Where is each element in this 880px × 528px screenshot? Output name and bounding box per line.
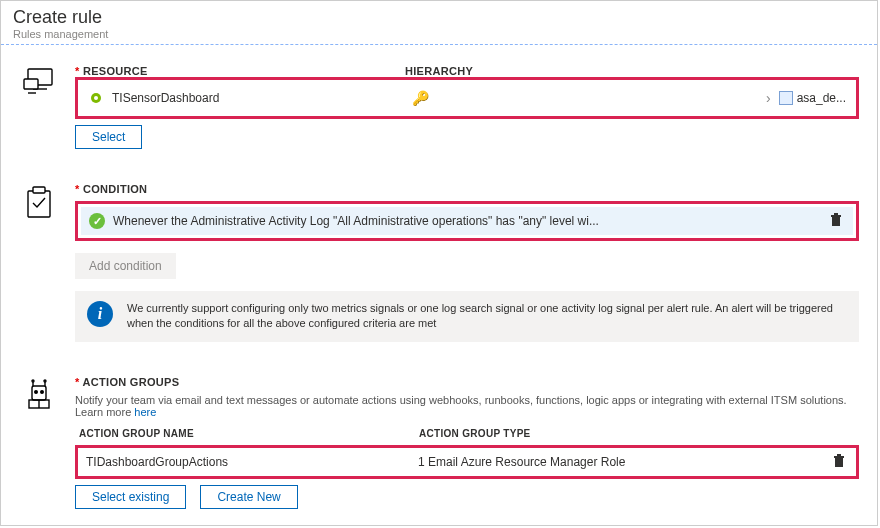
- action-groups-icon: [19, 376, 59, 412]
- key-icon: 🔑: [412, 90, 429, 106]
- svg-rect-20: [835, 458, 843, 467]
- condition-info-bar: i We currently support configuring only …: [75, 291, 859, 342]
- resource-label: RESOURCE: [75, 65, 405, 77]
- condition-row[interactable]: ✓ Whenever the Administrative Activity L…: [81, 207, 853, 235]
- resource-type-icon: [88, 90, 104, 106]
- svg-rect-7: [33, 187, 45, 193]
- svg-point-16: [32, 380, 34, 382]
- svg-point-17: [44, 380, 46, 382]
- check-icon: ✓: [89, 213, 105, 229]
- action-group-type: 1 Email Azure Resource Manager Role: [418, 455, 832, 469]
- svg-rect-2: [24, 79, 38, 89]
- create-new-button[interactable]: Create New: [200, 485, 297, 509]
- section-action-groups: ACTION GROUPS Notify your team via email…: [19, 376, 859, 509]
- svg-rect-8: [832, 217, 840, 226]
- target-resource-icon: [779, 91, 793, 105]
- svg-point-12: [35, 390, 38, 393]
- svg-rect-10: [834, 213, 838, 215]
- learn-more-link[interactable]: here: [134, 406, 156, 418]
- page-subtitle: Rules management: [13, 28, 865, 40]
- panel-header: Create rule Rules management: [1, 1, 877, 45]
- target-resource-name: asa_de...: [797, 91, 846, 105]
- chevron-right-icon: ›: [766, 90, 771, 106]
- info-icon: i: [87, 301, 113, 327]
- ag-col-type-header: ACTION GROUP TYPE: [419, 428, 855, 439]
- svg-rect-11: [32, 386, 46, 400]
- action-group-name: TIDashboardGroupActions: [86, 455, 418, 469]
- resource-icon: [19, 65, 59, 97]
- select-resource-button[interactable]: Select: [75, 125, 142, 149]
- section-condition: CONDITION ✓ Whenever the Administrative …: [19, 183, 859, 342]
- condition-label: CONDITION: [75, 183, 859, 195]
- svg-rect-21: [834, 456, 844, 458]
- svg-point-5: [94, 96, 98, 100]
- hierarchy-label: HIERARCHY: [405, 65, 473, 77]
- delete-condition-button[interactable]: [829, 213, 845, 229]
- condition-icon: [19, 183, 59, 219]
- svg-point-13: [41, 390, 44, 393]
- action-groups-desc: Notify your team via email and text mess…: [75, 394, 859, 418]
- svg-rect-9: [831, 215, 841, 217]
- delete-action-group-button[interactable]: [832, 454, 848, 470]
- resource-selection-box: TISensorDashboard 🔑 › asa_de...: [75, 77, 859, 119]
- action-groups-label: ACTION GROUPS: [75, 376, 859, 388]
- resource-name: TISensorDashboard: [112, 91, 412, 105]
- condition-info-text: We currently support configuring only tw…: [127, 301, 847, 332]
- page-title: Create rule: [13, 7, 865, 28]
- select-existing-button[interactable]: Select existing: [75, 485, 186, 509]
- section-resource: RESOURCE HIERARCHY TISensorDashboard 🔑 ›…: [19, 65, 859, 149]
- condition-text: Whenever the Administrative Activity Log…: [113, 214, 829, 228]
- action-group-row[interactable]: TIDashboardGroupActions 1 Email Azure Re…: [75, 445, 859, 479]
- svg-rect-22: [837, 454, 841, 456]
- condition-box: ✓ Whenever the Administrative Activity L…: [75, 201, 859, 241]
- ag-col-name-header: ACTION GROUP NAME: [79, 428, 419, 439]
- add-condition-button[interactable]: Add condition: [75, 253, 176, 279]
